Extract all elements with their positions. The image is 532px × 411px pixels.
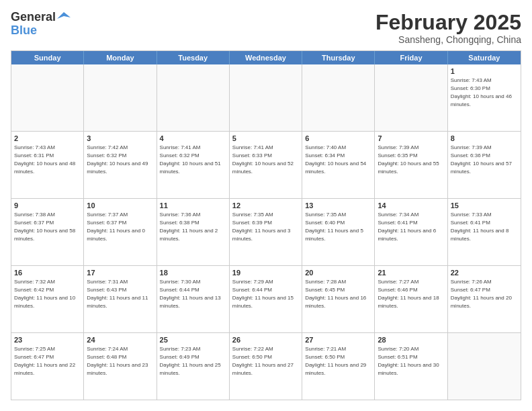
cal-cell-r1-c0: 2Sunrise: 7:43 AM Sunset: 6:31 PM Daylig… xyxy=(11,132,84,198)
header-tuesday: Tuesday xyxy=(157,51,230,64)
logo-blue: Blue xyxy=(11,24,71,38)
header-thursday: Thursday xyxy=(302,51,375,64)
cal-cell-r3-c6: 22Sunrise: 7:26 AM Sunset: 6:47 PM Dayli… xyxy=(448,266,521,332)
cal-cell-r3-c4: 20Sunrise: 7:28 AM Sunset: 6:45 PM Dayli… xyxy=(302,266,375,332)
header-monday: Monday xyxy=(84,51,157,64)
cal-cell-r1-c2: 4Sunrise: 7:41 AM Sunset: 6:32 PM Daylig… xyxy=(157,132,230,198)
header-friday: Friday xyxy=(375,51,447,64)
cal-cell-r4-c4: 27Sunrise: 7:21 AM Sunset: 6:50 PM Dayli… xyxy=(302,333,375,400)
day-number-r1-c4: 6 xyxy=(305,134,371,143)
cal-cell-r0-c3 xyxy=(230,64,302,131)
cal-cell-r3-c1: 17Sunrise: 7:31 AM Sunset: 6:43 PM Dayli… xyxy=(84,266,157,332)
cal-row-4: 23Sunrise: 7:25 AM Sunset: 6:47 PM Dayli… xyxy=(11,333,521,400)
day-info-r0-c6: Sunrise: 7:43 AM Sunset: 6:30 PM Dayligh… xyxy=(451,77,512,107)
cal-cell-r0-c1 xyxy=(84,64,157,131)
day-number-r2-c0: 9 xyxy=(14,201,81,210)
day-info-r2-c1: Sunrise: 7:37 AM Sunset: 6:37 PM Dayligh… xyxy=(87,212,145,241)
cal-cell-r3-c2: 18Sunrise: 7:30 AM Sunset: 6:44 PM Dayli… xyxy=(157,266,230,332)
calendar-body: 1Sunrise: 7:43 AM Sunset: 6:30 PM Daylig… xyxy=(11,64,521,400)
day-info-r2-c3: Sunrise: 7:35 AM Sunset: 6:39 PM Dayligh… xyxy=(232,212,291,241)
cal-cell-r4-c2: 25Sunrise: 7:23 AM Sunset: 6:49 PM Dayli… xyxy=(157,333,230,400)
cal-cell-r3-c5: 21Sunrise: 7:27 AM Sunset: 6:46 PM Dayli… xyxy=(375,266,447,332)
day-info-r3-c1: Sunrise: 7:31 AM Sunset: 6:43 PM Dayligh… xyxy=(87,279,148,308)
day-number-r4-c4: 27 xyxy=(305,335,371,345)
day-info-r3-c5: Sunrise: 7:27 AM Sunset: 6:46 PM Dayligh… xyxy=(378,279,439,308)
day-info-r2-c5: Sunrise: 7:34 AM Sunset: 6:41 PM Dayligh… xyxy=(378,212,436,241)
day-info-r3-c3: Sunrise: 7:29 AM Sunset: 6:44 PM Dayligh… xyxy=(232,279,294,308)
day-number-r2-c5: 14 xyxy=(378,201,444,210)
cal-cell-r1-c6: 8Sunrise: 7:39 AM Sunset: 6:36 PM Daylig… xyxy=(448,132,521,198)
day-info-r2-c6: Sunrise: 7:33 AM Sunset: 6:41 PM Dayligh… xyxy=(451,212,509,241)
day-info-r4-c0: Sunrise: 7:25 AM Sunset: 6:47 PM Dayligh… xyxy=(14,346,75,375)
cal-cell-r2-c3: 12Sunrise: 7:35 AM Sunset: 6:39 PM Dayli… xyxy=(230,199,302,265)
cal-cell-r0-c6: 1Sunrise: 7:43 AM Sunset: 6:30 PM Daylig… xyxy=(448,64,521,131)
day-info-r2-c4: Sunrise: 7:35 AM Sunset: 6:40 PM Dayligh… xyxy=(305,212,363,241)
day-info-r3-c4: Sunrise: 7:28 AM Sunset: 6:45 PM Dayligh… xyxy=(305,279,366,308)
day-info-r1-c2: Sunrise: 7:41 AM Sunset: 6:32 PM Dayligh… xyxy=(160,144,221,174)
cal-cell-r2-c4: 13Sunrise: 7:35 AM Sunset: 6:40 PM Dayli… xyxy=(302,199,375,265)
day-info-r1-c6: Sunrise: 7:39 AM Sunset: 6:36 PM Dayligh… xyxy=(451,144,512,174)
day-number-r2-c3: 12 xyxy=(232,201,299,210)
cal-row-3: 16Sunrise: 7:32 AM Sunset: 6:42 PM Dayli… xyxy=(11,266,521,333)
day-number-r4-c5: 28 xyxy=(378,335,444,345)
day-number-r4-c2: 25 xyxy=(160,335,226,345)
cal-cell-r0-c2 xyxy=(157,64,230,131)
day-info-r2-c0: Sunrise: 7:38 AM Sunset: 6:37 PM Dayligh… xyxy=(14,212,75,241)
day-number-r4-c0: 23 xyxy=(14,335,81,345)
day-number-r1-c6: 8 xyxy=(451,134,518,143)
day-number-r1-c5: 7 xyxy=(378,134,444,143)
day-info-r1-c4: Sunrise: 7:40 AM Sunset: 6:34 PM Dayligh… xyxy=(305,144,366,174)
header: General Blue February 2025 Sansheng, Cho… xyxy=(11,11,521,45)
day-number-r2-c6: 15 xyxy=(451,201,518,210)
calendar: Sunday Monday Tuesday Wednesday Thursday… xyxy=(11,50,521,400)
day-info-r1-c1: Sunrise: 7:42 AM Sunset: 6:32 PM Dayligh… xyxy=(87,144,148,174)
header-saturday: Saturday xyxy=(448,51,521,64)
logo: General Blue xyxy=(11,11,71,38)
day-info-r2-c2: Sunrise: 7:36 AM Sunset: 6:38 PM Dayligh… xyxy=(160,212,218,241)
cal-cell-r1-c4: 6Sunrise: 7:40 AM Sunset: 6:34 PM Daylig… xyxy=(302,132,375,198)
title-block: February 2025 Sansheng, Chongqing, China xyxy=(375,11,521,45)
cal-cell-r3-c0: 16Sunrise: 7:32 AM Sunset: 6:42 PM Dayli… xyxy=(11,266,84,332)
day-number-r3-c1: 17 xyxy=(87,268,153,277)
cal-cell-r2-c6: 15Sunrise: 7:33 AM Sunset: 6:41 PM Dayli… xyxy=(448,199,521,265)
calendar-header: Sunday Monday Tuesday Wednesday Thursday… xyxy=(11,51,521,64)
day-number-r3-c2: 18 xyxy=(160,268,226,277)
logo-bird-icon xyxy=(57,11,71,24)
day-number-r3-c4: 20 xyxy=(305,268,371,277)
day-info-r3-c6: Sunrise: 7:26 AM Sunset: 6:47 PM Dayligh… xyxy=(451,279,512,308)
day-number-r3-c6: 22 xyxy=(451,268,518,277)
cal-cell-r0-c5 xyxy=(375,64,447,131)
day-number-r4-c3: 26 xyxy=(232,335,299,345)
location-subtitle: Sansheng, Chongqing, China xyxy=(375,34,521,45)
cal-cell-r4-c3: 26Sunrise: 7:22 AM Sunset: 6:50 PM Dayli… xyxy=(230,333,302,400)
cal-cell-r1-c1: 3Sunrise: 7:42 AM Sunset: 6:32 PM Daylig… xyxy=(84,132,157,198)
day-info-r4-c4: Sunrise: 7:21 AM Sunset: 6:50 PM Dayligh… xyxy=(305,346,366,375)
cal-cell-r1-c3: 5Sunrise: 7:41 AM Sunset: 6:33 PM Daylig… xyxy=(230,132,302,198)
cal-cell-r2-c5: 14Sunrise: 7:34 AM Sunset: 6:41 PM Dayli… xyxy=(375,199,447,265)
day-number-r1-c2: 4 xyxy=(160,134,226,143)
cal-cell-r4-c5: 28Sunrise: 7:20 AM Sunset: 6:51 PM Dayli… xyxy=(375,333,447,400)
day-number-r1-c3: 5 xyxy=(232,134,299,143)
cal-cell-r0-c4 xyxy=(302,64,375,131)
day-number-r3-c3: 19 xyxy=(232,268,299,277)
day-info-r1-c3: Sunrise: 7:41 AM Sunset: 6:33 PM Dayligh… xyxy=(232,144,294,174)
cal-row-2: 9Sunrise: 7:38 AM Sunset: 6:37 PM Daylig… xyxy=(11,199,521,266)
cal-cell-r2-c2: 11Sunrise: 7:36 AM Sunset: 6:38 PM Dayli… xyxy=(157,199,230,265)
day-number-r3-c5: 21 xyxy=(378,268,444,277)
day-number-r2-c1: 10 xyxy=(87,201,153,210)
day-info-r1-c5: Sunrise: 7:39 AM Sunset: 6:35 PM Dayligh… xyxy=(378,144,439,174)
cal-cell-r0-c0 xyxy=(11,64,84,131)
cal-cell-r4-c0: 23Sunrise: 7:25 AM Sunset: 6:47 PM Dayli… xyxy=(11,333,84,400)
svg-marker-0 xyxy=(57,12,71,19)
cal-row-1: 2Sunrise: 7:43 AM Sunset: 6:31 PM Daylig… xyxy=(11,132,521,199)
day-number-r4-c1: 24 xyxy=(87,335,153,345)
day-number-r1-c1: 3 xyxy=(87,134,153,143)
day-number-r1-c0: 2 xyxy=(14,134,81,143)
cal-cell-r4-c6 xyxy=(448,333,521,400)
day-number-r2-c2: 11 xyxy=(160,201,226,210)
logo-general: General xyxy=(11,11,56,24)
header-wednesday: Wednesday xyxy=(230,51,302,64)
cal-cell-r1-c5: 7Sunrise: 7:39 AM Sunset: 6:35 PM Daylig… xyxy=(375,132,447,198)
day-info-r4-c2: Sunrise: 7:23 AM Sunset: 6:49 PM Dayligh… xyxy=(160,346,221,375)
day-info-r3-c2: Sunrise: 7:30 AM Sunset: 6:44 PM Dayligh… xyxy=(160,279,221,308)
